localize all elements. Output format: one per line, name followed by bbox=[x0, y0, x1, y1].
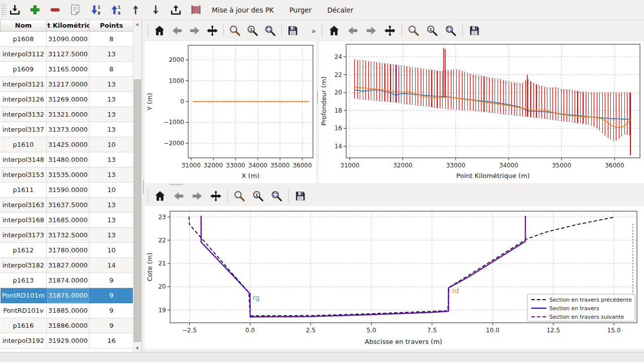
table-row[interactable]: interpol313731373.000013 bbox=[1, 122, 133, 137]
add-button[interactable] bbox=[28, 3, 42, 17]
column-header-points[interactable]: Points bbox=[90, 20, 133, 31]
table-row[interactable]: PontRD101m31875.00009 bbox=[1, 288, 133, 303]
cell-nom[interactable]: interpol3121 bbox=[1, 76, 47, 92]
chart-splitter-vertical[interactable] bbox=[316, 20, 319, 183]
forward-button[interactable] bbox=[190, 189, 204, 203]
cell-points[interactable]: 8 bbox=[90, 31, 133, 46]
cell-point-kilometrique[interactable]: 31685.0000 bbox=[47, 212, 90, 227]
cell-point-kilometrique[interactable]: 31874.0000 bbox=[47, 273, 90, 288]
cell-points[interactable]: 10 bbox=[90, 182, 133, 197]
cell-nom[interactable]: interpol3163 bbox=[1, 197, 47, 212]
cell-points[interactable]: 13 bbox=[90, 167, 133, 182]
cell-points[interactable]: 13 bbox=[90, 122, 133, 137]
save-button[interactable] bbox=[467, 24, 481, 38]
table-row[interactable]: p161031425.000010 bbox=[1, 137, 133, 152]
cell-point-kilometrique[interactable]: 31535.0000 bbox=[47, 167, 90, 182]
pan-button[interactable] bbox=[383, 24, 397, 38]
import-button[interactable] bbox=[8, 3, 22, 17]
home-button[interactable] bbox=[153, 24, 166, 38]
cell-nom[interactable]: PontRD101m bbox=[1, 288, 47, 303]
cell-points[interactable]: 13 bbox=[90, 227, 133, 242]
cell-nom[interactable]: p1611 bbox=[1, 182, 47, 197]
cell-point-kilometrique[interactable]: 31929.0000 bbox=[47, 333, 90, 348]
cell-nom[interactable]: interpol3192 bbox=[1, 333, 47, 348]
profile-figure[interactable]: 3100032000330003400035000360001416182022… bbox=[319, 41, 644, 183]
cell-points[interactable]: 13 bbox=[90, 76, 133, 92]
cell-points[interactable]: 13 bbox=[90, 212, 133, 227]
menu-item-mise-a-jour-pk[interactable]: Mise à jour des PK bbox=[211, 4, 275, 16]
cell-points[interactable]: 14 bbox=[90, 257, 133, 273]
zoom-fit-button[interactable] bbox=[264, 24, 277, 38]
cell-nom[interactable]: interpol3132 bbox=[1, 107, 47, 122]
cell-nom[interactable]: interpol3137 bbox=[1, 122, 47, 137]
table-row[interactable]: interpol315331535.000013 bbox=[1, 167, 133, 182]
chart-splitter-horizontal[interactable] bbox=[145, 183, 644, 186]
forward-button[interactable] bbox=[364, 24, 378, 38]
pan-button[interactable] bbox=[206, 24, 219, 38]
table-row[interactable]: interpol319231929.000016 bbox=[1, 333, 133, 348]
forward-button[interactable] bbox=[188, 24, 201, 38]
zoom-one-button[interactable]: 1 bbox=[251, 189, 265, 203]
cell-point-kilometrique[interactable]: 31637.5000 bbox=[47, 197, 90, 212]
table-row[interactable]: interpol318231827.000014 bbox=[1, 257, 133, 273]
cell-nom[interactable]: interpol3126 bbox=[1, 92, 47, 107]
cell-points[interactable]: 13 bbox=[90, 92, 133, 107]
cell-point-kilometrique[interactable]: 31875.0000 bbox=[47, 288, 90, 303]
column-header-point-kilometrique[interactable]: t Kilométrique bbox=[47, 20, 90, 31]
cell-points[interactable]: 13 bbox=[90, 197, 133, 212]
cell-nom[interactable]: p1612 bbox=[1, 242, 47, 257]
back-button[interactable] bbox=[346, 24, 360, 38]
toolbar-grip[interactable] bbox=[1, 4, 6, 17]
plan-view-figure[interactable]: 310003200033000340003500036000−2000−1000… bbox=[145, 41, 316, 183]
cell-point-kilometrique[interactable]: 31090.0000 bbox=[47, 31, 90, 46]
cell-point-kilometrique[interactable]: 31590.0000 bbox=[47, 182, 90, 197]
cell-nom[interactable]: p1613 bbox=[1, 273, 47, 288]
cell-points[interactable]: 13 bbox=[90, 107, 133, 122]
scroll-up-icon[interactable]: ▲ bbox=[133, 20, 141, 28]
cell-nom[interactable]: p1609 bbox=[1, 61, 47, 76]
back-button[interactable] bbox=[172, 189, 186, 203]
table-row[interactable]: interpol314831480.000013 bbox=[1, 152, 133, 167]
cell-nom[interactable]: p1610 bbox=[1, 137, 47, 152]
sections-button[interactable] bbox=[189, 3, 203, 17]
cell-nom[interactable]: p1608 bbox=[1, 31, 47, 46]
cell-point-kilometrique[interactable]: 31886.0000 bbox=[47, 318, 90, 333]
cell-nom[interactable]: p1616 bbox=[1, 318, 47, 333]
home-button[interactable] bbox=[327, 24, 341, 38]
back-button[interactable] bbox=[171, 24, 184, 38]
table-row[interactable]: p161331874.00009 bbox=[1, 273, 133, 288]
cell-points[interactable]: 10 bbox=[90, 137, 133, 152]
table-row[interactable]: p161131590.000010 bbox=[1, 182, 133, 197]
table-row[interactable]: p160931165.00008 bbox=[1, 61, 133, 76]
table-row[interactable]: p161631886.00009 bbox=[1, 318, 133, 333]
cell-points[interactable]: 9 bbox=[90, 288, 133, 303]
sort-desc-button[interactable]: 19 bbox=[89, 3, 102, 17]
cell-points[interactable]: 9 bbox=[90, 273, 133, 288]
pan-button[interactable] bbox=[209, 189, 223, 203]
menu-item-decaler[interactable]: Décaler bbox=[326, 4, 354, 16]
cell-points[interactable]: 10 bbox=[90, 242, 133, 257]
cell-nom[interactable]: interpol3182 bbox=[1, 257, 47, 273]
cell-point-kilometrique[interactable]: 31480.0000 bbox=[47, 152, 90, 167]
cell-point-kilometrique[interactable]: 31885.0000 bbox=[47, 303, 90, 318]
cell-point-kilometrique[interactable]: 31269.0000 bbox=[47, 92, 90, 107]
table-row[interactable]: PontRD101v31885.00009 bbox=[1, 303, 133, 318]
zoom-fit-button[interactable] bbox=[270, 189, 284, 203]
zoom-button[interactable] bbox=[407, 24, 421, 38]
cell-point-kilometrique[interactable]: 31827.0000 bbox=[47, 257, 90, 273]
note-button[interactable] bbox=[68, 3, 82, 17]
table-row[interactable]: p161231780.000010 bbox=[1, 242, 133, 257]
table-row[interactable]: interpol311231127.500013 bbox=[1, 46, 133, 61]
zoom-button[interactable] bbox=[228, 24, 242, 38]
cross-section-figure[interactable]: rgrd−2.50.02.55.07.510.012.515.019202122… bbox=[145, 206, 644, 349]
save-button[interactable] bbox=[293, 189, 307, 203]
toolbar-overflow-chevron[interactable]: » bbox=[311, 26, 316, 36]
cell-points[interactable]: 8 bbox=[90, 61, 133, 76]
cell-nom[interactable]: interpol3168 bbox=[1, 212, 47, 227]
scrollbar-thumb[interactable] bbox=[134, 79, 141, 342]
cell-point-kilometrique[interactable]: 31373.0000 bbox=[47, 122, 90, 137]
cell-nom[interactable]: interpol3173 bbox=[1, 227, 47, 242]
cell-point-kilometrique[interactable]: 31780.0000 bbox=[47, 242, 90, 257]
cell-points[interactable]: 9 bbox=[90, 318, 133, 333]
table-row[interactable]: p160831090.00008 bbox=[1, 31, 133, 46]
